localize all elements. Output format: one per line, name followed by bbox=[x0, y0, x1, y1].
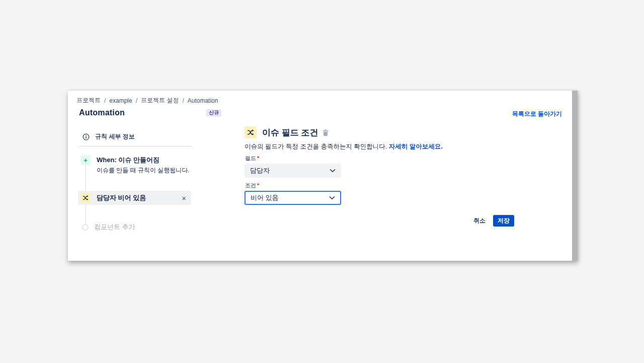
trigger-title: When: 이슈 만들어짐 bbox=[97, 155, 190, 165]
condition-editor-title: 이슈 필드 조건 bbox=[262, 127, 318, 138]
shuffle-icon bbox=[80, 193, 91, 203]
condition-select[interactable]: 비어 있음 bbox=[245, 191, 341, 205]
page-title: Automation bbox=[79, 108, 125, 117]
info-icon bbox=[83, 133, 90, 140]
trigger-description: 이슈를 만들 때 규칙이 실행됩니다. bbox=[97, 166, 190, 175]
breadcrumb-project-settings[interactable]: 프로젝트 설정 bbox=[141, 96, 179, 105]
condition-editor-header: 이슈 필드 조건 bbox=[245, 126, 329, 138]
required-asterisk: * bbox=[257, 155, 259, 161]
close-icon[interactable]: × bbox=[182, 194, 186, 202]
page-background: 프로젝트 / example / 프로젝트 설정 / Automation Au… bbox=[0, 0, 644, 363]
sidebar-item-label: 규칙 세부 정보 bbox=[95, 132, 135, 141]
field-select[interactable]: 담당자 bbox=[245, 164, 341, 178]
add-trigger-icon: + bbox=[80, 155, 91, 165]
add-component-label: 컴포넌트 추가 bbox=[94, 223, 135, 232]
automation-panel: 프로젝트 / example / 프로젝트 설정 / Automation Au… bbox=[68, 91, 578, 261]
sidebar-item-trigger-when[interactable]: + When: 이슈 만들어짐 이슈를 만들 때 규칙이 실행됩니다. bbox=[80, 155, 190, 175]
breadcrumb: 프로젝트 / example / 프로젝트 설정 / Automation bbox=[76, 96, 218, 105]
condition-description: 이슈의 필드가 특정 조건을 충족하는지 확인합니다. 자세히 알아보세요. bbox=[245, 142, 443, 151]
condition-select-value: 비어 있음 bbox=[251, 193, 329, 202]
field-label-text: 필드 bbox=[245, 155, 256, 161]
breadcrumb-separator: / bbox=[182, 97, 184, 104]
description-text: 이슈의 필드가 특정 조건을 충족하는지 확인합니다. bbox=[245, 143, 387, 150]
add-component-button[interactable]: 컴포넌트 추가 bbox=[82, 223, 135, 232]
learn-more-link[interactable]: 자세히 알아보세요. bbox=[389, 143, 443, 150]
breadcrumb-project-example[interactable]: example bbox=[109, 97, 132, 104]
save-button[interactable]: 저장 bbox=[493, 215, 514, 227]
shuffle-icon bbox=[245, 126, 257, 138]
cancel-button[interactable]: 취소 bbox=[473, 216, 486, 225]
breadcrumb-separator: / bbox=[104, 97, 106, 104]
sidebar-divider bbox=[79, 146, 191, 147]
breadcrumb-automation[interactable]: Automation bbox=[188, 97, 218, 104]
chevron-down-icon bbox=[330, 169, 336, 173]
page-header: Automation 신규 bbox=[79, 108, 221, 117]
add-component-circle-icon bbox=[82, 224, 89, 231]
back-to-list-link[interactable]: 목록으로 돌아가기 bbox=[512, 110, 562, 118]
breadcrumb-separator: / bbox=[136, 97, 137, 104]
field-select-value: 담당자 bbox=[250, 166, 330, 175]
breadcrumb-projects[interactable]: 프로젝트 bbox=[76, 96, 101, 105]
form-actions: 취소 저장 bbox=[473, 215, 514, 227]
new-badge: 신규 bbox=[206, 109, 221, 117]
chevron-down-icon bbox=[329, 196, 335, 200]
required-asterisk: * bbox=[257, 182, 259, 188]
field-label: 필드* bbox=[245, 155, 259, 162]
delete-component-button[interactable] bbox=[322, 129, 329, 136]
condition-label-text: 조건 bbox=[245, 182, 256, 188]
condition-label: 조건* bbox=[245, 182, 259, 189]
condition-item-label: 담당자 비어 있음 bbox=[97, 193, 182, 202]
sidebar-item-rule-details[interactable]: 규칙 세부 정보 bbox=[83, 132, 135, 141]
sidebar-item-condition-selected[interactable]: 담당자 비어 있음 × bbox=[78, 191, 191, 205]
vertical-scrollbar[interactable] bbox=[572, 91, 578, 261]
